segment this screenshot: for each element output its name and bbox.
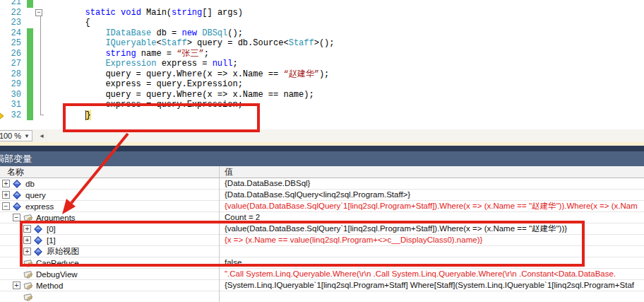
variable-icon (34, 225, 44, 233)
locals-row-partial[interactable] (0, 291, 644, 302)
property-icon (23, 281, 33, 290)
editor-zoom-select[interactable]: 100 % ▼ (0, 130, 32, 141)
outline-guide-line (40, 16, 44, 115)
code-segment (44, 38, 105, 48)
locals-row-Method[interactable]: +Method{System.Linq.IQueryable`1[linq2sq… (0, 280, 644, 291)
code-segment: IDataBase (105, 28, 151, 38)
locals-row-query[interactable]: +query{Data.DataBase.SqlQuery<linq2sql.P… (0, 190, 644, 201)
code-line-31: 31 express = query.Expression; (0, 100, 644, 110)
locals-row-原始视图[interactable]: +原始视图 (0, 246, 644, 257)
variable-name: db (25, 180, 35, 188)
expand-icon[interactable]: + (23, 225, 31, 233)
scroll-left-button[interactable]: ◂ (37, 131, 47, 141)
code-segment: ); (319, 69, 329, 79)
locals-row-1[interactable]: +[1]{x => (x.Name == value(linq2sql.Prog… (0, 235, 644, 246)
variable-name: DebugView (36, 270, 78, 279)
variable-value[interactable]: {value(Data.DataBase.SqlQuery`1[linq2sql… (225, 223, 644, 234)
code-lines: 2122− static void Main(string[] args)23 … (0, 0, 644, 120)
property-icon (23, 259, 33, 267)
column-separator[interactable] (219, 166, 220, 302)
code-segment: IQueryable (105, 38, 156, 48)
code-line-27: 27 Expression express = null; (0, 59, 644, 69)
variable-icon (13, 202, 23, 211)
name-cell: CanReduce (0, 257, 219, 268)
locals-row-Arguments[interactable]: −ArgumentsCount = 2 (0, 212, 644, 223)
locals-row-DebugView[interactable]: DebugView".Call System.Linq.Queryable.Wh… (0, 269, 644, 280)
expand-icon[interactable]: + (13, 281, 20, 289)
expand-icon[interactable]: + (2, 191, 10, 199)
variable-value[interactable]: ".Call System.Linq.Queryable.Where(\r\n … (225, 269, 644, 279)
locals-row-db[interactable]: +db{Data.DataBase.DBSql} (0, 178, 644, 190)
column-header-name[interactable]: 名称 (7, 166, 24, 178)
name-cell: +query (0, 190, 219, 200)
code-segment (44, 28, 105, 38)
code-segment: query = query.Where(x => x.Name == name)… (44, 90, 314, 100)
variable-icon (13, 191, 23, 199)
code-segment: void (121, 8, 141, 18)
name-cell: −Arguments (0, 212, 219, 223)
change-tracking-bar (27, 8, 33, 18)
code-segment (44, 110, 85, 120)
variable-icon (34, 236, 44, 245)
code-segment: ; (232, 59, 237, 69)
chevron-down-icon: ▼ (24, 133, 30, 139)
code-segment: query = query.Where(x => x.Name == (44, 69, 283, 79)
locals-row-0[interactable]: +[0]{value(Data.DataBase.SqlQuery`1[linq… (0, 223, 644, 235)
locals-panel-title: 局部变量 (0, 153, 32, 164)
code-text: query = query.Where(x => x.Name == name)… (44, 90, 314, 100)
variable-value[interactable]: {System.Linq.IQueryable`1[linq2sql.Progr… (225, 280, 644, 291)
code-segment: static (85, 8, 116, 18)
variable-value[interactable]: {value(Data.DataBase.SqlQuery`1[linq2sql… (225, 201, 644, 211)
code-segment: name = (136, 49, 177, 59)
change-tracking-bar (27, 0, 33, 8)
variable-value[interactable]: {Data.DataBase.DBSql} (225, 178, 644, 189)
code-text: IDataBase db = new DBSql(); (44, 28, 243, 39)
variable-value[interactable]: {x => (x.Name == value(linq2sql.Program+… (225, 235, 644, 245)
window-background-gap (0, 146, 644, 151)
code-segment: “赵建华” (283, 69, 318, 79)
variable-value[interactable] (225, 246, 644, 257)
variable-value[interactable]: false (225, 257, 644, 268)
line-number: 25 (0, 38, 23, 49)
code-line-23: 23 { (0, 18, 644, 28)
variable-name: CanReduce (36, 259, 79, 267)
variable-name: Arguments (36, 214, 76, 222)
code-text: static void Main(string[] args) (44, 8, 243, 18)
code-segment (44, 49, 105, 59)
variable-value[interactable]: Count = 2 (225, 212, 644, 223)
expand-icon[interactable]: + (2, 180, 10, 187)
fold-margin (33, 0, 44, 8)
code-editor[interactable]: 2122− static void Main(string[] args)23 … (0, 0, 644, 129)
property-icon (23, 270, 33, 279)
code-segment: { (44, 18, 90, 28)
change-tracking-bar (27, 90, 33, 100)
locals-row-CanReduce[interactable]: CanReducefalse (0, 257, 644, 269)
code-line-32: 32 } (0, 110, 644, 121)
expand-icon[interactable]: + (23, 236, 31, 244)
column-header-value[interactable]: 值 (225, 166, 233, 178)
code-segment: < (156, 38, 161, 48)
variable-value[interactable]: {Data.DataBase.SqlQuery<linq2sql.Program… (225, 190, 644, 200)
change-tracking-bar (27, 38, 33, 49)
code-line-21: 21 (0, 0, 644, 8)
locals-panel-titlebar: 局部变量 (0, 151, 644, 166)
expand-icon[interactable]: + (23, 248, 31, 255)
change-tracking-bar (27, 18, 33, 28)
code-segment: Main( (141, 8, 172, 18)
line-number: 22 (0, 8, 23, 18)
collapse-icon[interactable]: − (13, 214, 20, 221)
variable-value[interactable] (225, 291, 644, 302)
line-number: 30 (0, 90, 23, 100)
collapse-icon[interactable]: − (2, 202, 10, 210)
code-segment: >(); (314, 38, 335, 48)
code-line-30: 30 query = query.Where(x => x.Name == na… (0, 90, 644, 100)
name-cell: +[0] (0, 223, 219, 234)
variable-icon (34, 248, 44, 256)
horizontal-scrollbar[interactable] (48, 130, 644, 141)
code-segment: (); (227, 28, 243, 38)
name-cell: DebugView (0, 269, 219, 279)
line-number: 28 (0, 69, 23, 80)
locals-row-express[interactable]: −express{value(Data.DataBase.SqlQuery`1[… (0, 201, 644, 212)
collapse-region-icon[interactable]: − (35, 9, 42, 16)
name-cell: +Method (0, 280, 219, 291)
